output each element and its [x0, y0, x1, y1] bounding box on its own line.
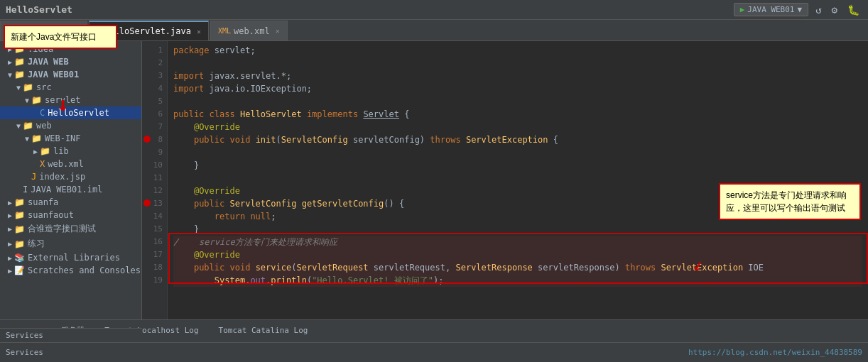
sidebar-item-index-jsp[interactable]: J index.jsp: [0, 170, 141, 183]
code-line-16: / service方法专门来处理请求和响应: [173, 236, 862, 248]
sidebar-item-servlet[interactable]: ▼ 📁 servlet: [0, 94, 141, 106]
sidebar-label-java-web01: JAVA WEB01: [28, 70, 79, 79]
folder-icon: 📁: [14, 224, 25, 234]
sidebar-item-iml[interactable]: I JAVA WEB01.iml: [0, 183, 141, 196]
collapse-icon: ▼: [23, 97, 31, 104]
sidebar-item-suanfa[interactable]: ▶ 📁 suanfa: [0, 196, 141, 209]
run-config-label: JAVA WEB01: [747, 5, 794, 14]
sidebar-label-scratches: Scratches and Consoles: [28, 265, 141, 275]
line-num-7: 7: [142, 121, 167, 133]
sidebar-label-suanfa: suanfa: [28, 197, 58, 207]
line-num-6: 6: [142, 108, 167, 121]
folder-icon: 📁: [14, 57, 25, 67]
tab-close-helloservlet[interactable]: ✕: [197, 28, 201, 35]
code-line-19: System.out.println("Hello.Servlet! 被访问了"…: [173, 274, 862, 287]
sidebar-annotation-box: 新建个Java文件写接口: [4, 41, 117, 49]
code-lines: package servlet; import javax.servlet.*;…: [168, 41, 868, 319]
folder-icon: 📁: [14, 70, 25, 79]
editor-area: 1 2 3 4 5 6 7 8 9 10 11 12 13: [142, 41, 868, 319]
sidebar: 新建个Java文件写接口 ↓ ▶ 📁 .idea ▶ 📁 JAVA WEB ▼ …: [0, 41, 142, 319]
sidebar-item-hezhi[interactable]: ▶ 📁 合谁造字接口测试: [0, 221, 141, 236]
collapse-icon: ▶: [6, 240, 14, 248]
folder-icon: 📁: [40, 146, 50, 156]
xml-icon: XML: [218, 27, 231, 35]
line-num-2: 2: [142, 57, 167, 70]
code-line-17: @Override: [173, 248, 862, 261]
sidebar-item-lib[interactable]: ▶ 📁 lib: [0, 145, 141, 158]
run-config[interactable]: ▶ JAVA WEB01 ▼: [734, 3, 808, 16]
collapse-icon: ▶: [31, 148, 40, 155]
sidebar-label-practice: 练习: [28, 238, 45, 250]
scratches-icon: 📝: [14, 265, 25, 275]
sidebar-annotation-text: 新建个Java文件写接口: [11, 41, 97, 42]
folder-icon: 📁: [31, 133, 42, 143]
line-num-4: 4: [142, 82, 167, 95]
code-line-6: public class HelloServlet implements Ser…: [173, 108, 862, 121]
line-num-5: 5: [142, 95, 167, 108]
sidebar-item-web[interactable]: ▼ 📁 web: [0, 119, 141, 132]
folder-icon: 📁: [31, 95, 42, 105]
tab-label-web-xml: web.xml: [234, 26, 270, 36]
tab-close-web-xml[interactable]: ✕: [276, 27, 280, 35]
folder-icon: 📁: [23, 82, 33, 92]
sidebar-label-lib: lib: [53, 146, 69, 156]
collapse-icon: ▼: [14, 122, 23, 130]
folder-icon: 📁: [14, 239, 25, 249]
collapse-icon: ▶: [6, 199, 14, 207]
collapse-icon: ▶: [6, 267, 14, 275]
sidebar-label-hezhi: 合谁造字接口测试: [28, 223, 96, 235]
line-num-14: 14: [142, 210, 167, 223]
code-line-3: import javax.servlet.*;: [173, 70, 862, 82]
line-num-16: 16: [142, 236, 167, 248]
line-num-18: 18: [142, 261, 167, 274]
code-line-4: import java.io.IOException;: [173, 82, 862, 95]
status-bar: Services https://blog.csdn.net/weixin_44…: [0, 342, 868, 362]
sidebar-item-helloservlet[interactable]: C HelloServlet: [0, 106, 141, 119]
line-num-13: 13: [142, 197, 167, 210]
collapse-icon: ▼: [14, 84, 23, 92]
refresh-icon[interactable]: ↺: [813, 3, 824, 17]
code-line-7: @Override: [173, 121, 862, 133]
sidebar-item-suanfaout[interactable]: ▶ 📁 suanfaout: [0, 209, 141, 221]
folder-icon: 📁: [14, 210, 25, 220]
sidebar-item-java-web01[interactable]: ▼ 📁 JAVA WEB01: [0, 68, 141, 81]
top-bar-right: ▶ JAVA WEB01 ▼ ↺ ⚙ 🐛: [734, 3, 862, 17]
right-annotation-text: service方法是专门处理请求和响应，这里可以写个输出语句测试: [726, 190, 847, 213]
sidebar-label-web-inf: WEB-INF: [45, 133, 81, 143]
debug-icon[interactable]: 🐛: [845, 3, 862, 17]
settings-icon[interactable]: ⚙: [829, 3, 840, 17]
sidebar-arrow-icon: ↓: [57, 92, 69, 116]
collapse-icon: ▼: [23, 135, 31, 143]
collapse-icon: ▶: [6, 225, 14, 233]
sidebar-item-external-libs[interactable]: ▶ 📚 External Libraries: [0, 251, 141, 264]
run-config-arrow-icon: ▶: [740, 5, 745, 14]
sidebar-item-web-inf[interactable]: ▼ 📁 WEB-INF: [0, 132, 141, 145]
sidebar-item-java-web[interactable]: ▶ 📁 JAVA WEB: [0, 55, 141, 68]
sidebar-item-web-xml[interactable]: X web.xml: [0, 158, 141, 170]
sidebar-label-iml: JAVA WEB01.iml: [31, 185, 102, 194]
line-num-11: 11: [142, 172, 167, 185]
bottom-tab-catalina-label: Tomcat Catalina Log: [219, 326, 308, 335]
sidebar-item-practice[interactable]: ▶ 📁 练习: [0, 236, 141, 251]
xml-file-icon: X: [40, 159, 45, 169]
sidebar-item-scratches[interactable]: ▶ 📝 Scratches and Consoles: [0, 264, 141, 277]
status-url: https://blog.csdn.net/weixin_44838589: [688, 348, 862, 357]
status-text: Services: [6, 348, 43, 357]
tab-web-xml[interactable]: XML web.xml ✕: [210, 21, 288, 40]
line-num-15: 15: [142, 223, 167, 236]
line-num-12: 12: [142, 185, 167, 197]
tab-bar: JSP index.jsp ✕ ☕ HelloServlet.java ✕ XM…: [0, 20, 868, 41]
right-annotation-box: service方法是专门处理请求和响应，这里可以写个输出语句测试: [719, 183, 861, 220]
sidebar-label-suanfaout: suanfaout: [28, 210, 74, 220]
window-title: HelloServlet: [6, 4, 72, 15]
collapse-icon: ▶: [6, 58, 14, 66]
sidebar-label-web-xml: web.xml: [48, 159, 84, 169]
bottom-tab-catalina-log[interactable]: Tomcat Catalina Log: [212, 323, 315, 339]
sidebar-item-src[interactable]: ▼ 📁 src: [0, 81, 141, 94]
code-line-8: public void init(ServletConfig servletCo…: [173, 133, 862, 146]
line-numbers: 1 2 3 4 5 6 7 8 9 10 11 12 13: [142, 41, 168, 319]
line-num-19: 19: [142, 274, 167, 287]
sidebar-label-java-web: JAVA WEB: [28, 57, 69, 67]
line-num-8: 8: [142, 133, 167, 146]
code-line-2: [173, 57, 862, 70]
